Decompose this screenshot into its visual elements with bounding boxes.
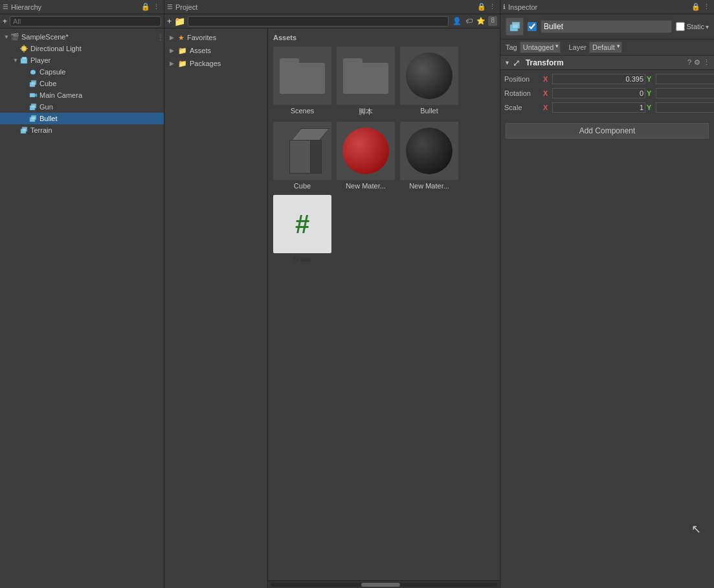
player-arrow: ▼: [12, 56, 19, 64]
tree-item-bullet[interactable]: Bullet: [0, 113, 164, 124]
scale-x-letter: X: [543, 104, 551, 111]
asset-scenes-thumb: [273, 47, 331, 105]
svg-marker-11: [35, 93, 37, 97]
scale-y-input[interactable]: [656, 102, 714, 113]
sidebar-assets[interactable]: ▶ 📁 Assets: [164, 44, 267, 57]
player-icon: [19, 56, 28, 65]
transform-section-icons: ? ⚙ ⋮: [687, 58, 710, 67]
project-bar: ☰ Project 🔒 ⋮: [164, 0, 500, 14]
project-avatar-icon[interactable]: 👤: [451, 16, 463, 26]
scripts-folder-shape: [343, 58, 388, 94]
project-tag-icon[interactable]: 🏷: [464, 16, 474, 26]
project-lock-icon[interactable]: 🔒: [476, 2, 487, 12]
asset-cube[interactable]: Cube: [273, 122, 331, 190]
object-icon-box: [506, 17, 524, 36]
tree-item-player[interactable]: ▼ Player: [0, 54, 164, 66]
tag-dropdown[interactable]: Untagged: [520, 41, 561, 53]
scrollbar-thumb: [361, 583, 400, 587]
scene-label: SampleScene*: [21, 33, 69, 41]
fav-arrow: ▶: [170, 34, 174, 41]
position-x-input[interactable]: [552, 74, 645, 84]
project-star-icon[interactable]: ⭐: [475, 16, 487, 26]
asset-bullet-thumb: [400, 47, 458, 105]
position-y-field: Y: [647, 74, 714, 84]
project-sidebar: ▶ ★ Favorites ▶ 📁 Assets ▶ 📁 Packages: [164, 28, 268, 588]
tree-item-gun[interactable]: Gun: [0, 101, 164, 113]
tree-item-terrain[interactable]: Terrain: [0, 124, 164, 136]
scale-x-input[interactable]: [552, 102, 645, 113]
transform-more-icon[interactable]: ⋮: [703, 58, 710, 67]
position-xyz: X Y Z: [543, 74, 714, 84]
scene-root[interactable]: ▼ 🎬 SampleScene* ⋮: [0, 31, 164, 43]
project-add-icon[interactable]: +: [167, 17, 172, 26]
svg-point-0: [21, 46, 27, 51]
hierarchy-add-icon[interactable]: +: [3, 17, 7, 26]
transform-section-header[interactable]: ▼ ⤢ Transform ? ⚙ ⋮: [500, 56, 714, 70]
asset-material2-label: New Mater...: [409, 182, 449, 190]
capsule-icon: [28, 67, 38, 76]
tree-item-cube[interactable]: Cube: [0, 78, 164, 89]
transform-arrow: ▼: [504, 60, 510, 66]
project-folder-icon: 📁: [174, 16, 185, 27]
player-label: Player: [30, 56, 50, 64]
asset-new-material-2[interactable]: New Mater...: [400, 122, 458, 190]
scale-y-letter: Y: [647, 104, 654, 111]
asset-bullet[interactable]: Bullet: [400, 47, 458, 117]
gun-label: Gun: [39, 103, 53, 111]
scene-more-icon[interactable]: ⋮: [157, 34, 164, 41]
dl-arrow: [12, 45, 19, 52]
add-component-button[interactable]: Add Component: [506, 123, 709, 139]
inspector-more-icon[interactable]: ⋮: [701, 2, 711, 12]
asset-shoot[interactable]: # Shoot: [273, 195, 331, 263]
tree-item-capsule[interactable]: Capsule: [0, 66, 164, 78]
transform-body: Position X Y Z: [500, 70, 714, 118]
hierarchy-more-icon[interactable]: ⋮: [151, 2, 161, 12]
cam-arrow: [21, 91, 28, 99]
project-search-input[interactable]: [188, 16, 449, 27]
hierarchy-menu-icon: ☰: [3, 3, 8, 10]
inspector-lock-icon[interactable]: 🔒: [691, 2, 701, 12]
inspector-panel: ℹ Inspector 🔒 ⋮ Static ▾ Tag U: [500, 0, 714, 588]
terrain-label: Terrain: [30, 126, 52, 134]
project-count-badge: 8: [488, 16, 497, 26]
layer-dropdown[interactable]: Default: [589, 41, 622, 53]
transform-help-icon[interactable]: ?: [687, 58, 691, 67]
tree-item-directional-light[interactable]: Directional Light: [0, 43, 164, 54]
tree-item-main-camera[interactable]: Main Camera: [0, 89, 164, 101]
rotation-y-input[interactable]: [656, 88, 714, 98]
asset-material2-thumb: [400, 122, 458, 180]
asset-cube-thumb: [273, 122, 331, 180]
packages-folder-icon: 📁: [178, 60, 187, 68]
assets-scrollbar[interactable]: [268, 580, 500, 588]
asset-new-material-1[interactable]: New Mater...: [337, 122, 395, 190]
tag-layer-row: Tag Untagged Layer Default: [500, 40, 714, 56]
position-label: Position: [504, 75, 543, 83]
hierarchy-search-input[interactable]: [10, 16, 161, 27]
svg-rect-10: [30, 93, 35, 97]
static-dropdown-arrow[interactable]: ▾: [706, 23, 709, 30]
hierarchy-lock-icon[interactable]: 🔒: [140, 2, 151, 12]
dl-icon: [19, 44, 28, 53]
position-y-input[interactable]: [656, 74, 714, 84]
sidebar-packages[interactable]: ▶ 📁 Packages: [164, 57, 267, 70]
rotation-row: Rotation X Y Z: [504, 87, 710, 100]
scrollbar-track: [271, 583, 497, 587]
material1-sphere-icon: [342, 128, 389, 174]
svg-rect-17: [22, 127, 27, 131]
rotation-x-letter: X: [543, 89, 551, 97]
object-name-input[interactable]: [541, 20, 672, 33]
static-checkbox[interactable]: [676, 22, 685, 31]
sidebar-favorites[interactable]: ▶ ★ Favorites: [164, 31, 267, 44]
object-enabled-checkbox[interactable]: [528, 22, 537, 31]
scene-arrow: ▼: [3, 33, 10, 41]
static-section: Static ▾: [676, 22, 709, 31]
transform-icon: ⤢: [513, 58, 520, 68]
project-menu-icon: ☰: [167, 3, 173, 10]
rotation-x-input[interactable]: [552, 88, 645, 98]
asset-scripts[interactable]: 脚本: [337, 47, 395, 117]
terrain-arrow: [12, 126, 19, 134]
asset-scenes[interactable]: Scenes: [273, 47, 331, 117]
svg-rect-15: [31, 115, 36, 120]
transform-settings-icon[interactable]: ⚙: [694, 58, 700, 67]
project-more-icon[interactable]: ⋮: [487, 2, 497, 12]
